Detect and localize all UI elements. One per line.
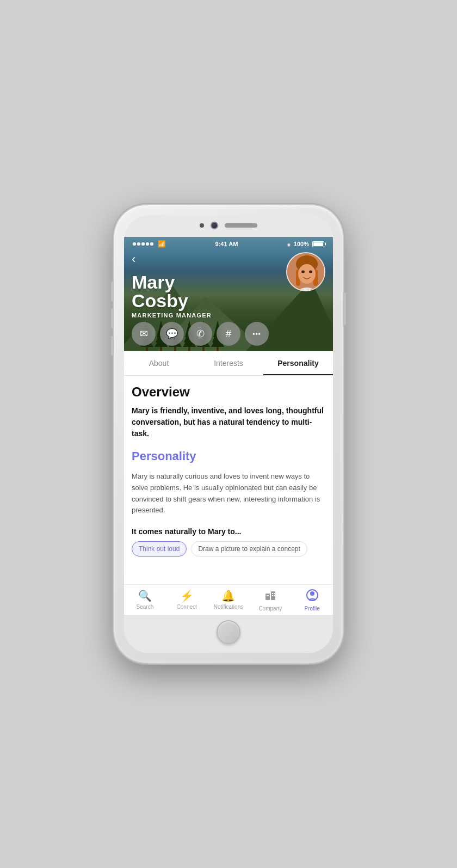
tab-personality[interactable]: Personality [263,351,333,375]
svg-point-5 [301,271,305,273]
profile-icon [306,589,318,604]
nav-search[interactable]: 🔍 Search [124,589,166,612]
nav-notifications-label: Notifications [214,604,243,610]
status-left: 📶 [133,240,166,248]
phone-body: 📶 9:41 AM ⁎ 100% [124,215,333,653]
hashtag-button[interactable]: # [217,322,240,346]
hero-name-line2: Cosby [132,290,188,311]
connect-icon: ⚡ [180,589,194,602]
tag-think-out-loud[interactable]: Think out loud [132,541,187,557]
front-camera [211,222,218,229]
avatar [286,252,325,291]
overview-text: Mary is friendly, inventive, and loves l… [132,405,325,439]
home-button[interactable] [217,620,240,644]
nav-search-label: Search [137,604,154,610]
signal-dot-2 [137,242,140,246]
screen: 📶 9:41 AM ⁎ 100% [124,237,333,615]
battery-indicator [312,241,324,247]
signal-dot-5 [150,242,153,246]
signal-bars [133,242,153,246]
nav-company-label: Company [258,606,282,612]
signal-dot-3 [141,242,145,246]
message-button[interactable]: 💬 [160,322,184,346]
hero-name: Mary Cosby [132,273,212,310]
tags-row: Think out loud Draw a picture to explain… [132,541,325,557]
avatar-image [287,253,324,290]
tag-draw-picture[interactable]: Draw a picture to explain a concept [191,541,307,557]
phone-frame: 📶 9:41 AM ⁎ 100% [114,205,343,663]
phone-bottom-bar [124,615,333,653]
phone-button[interactable]: ✆ [188,322,212,346]
svg-point-6 [309,271,312,273]
status-right: ⁎ 100% [287,241,324,248]
personality-heading: Personality [132,449,325,463]
svg-point-4 [298,264,316,284]
hero-job-title: MARKETING MANAGER [132,312,212,319]
camera-area [200,222,257,229]
personality-text: Mary is naturally curious and loves to i… [132,471,325,516]
svg-rect-10 [268,595,269,596]
tab-bar: About Interests Personality [124,351,333,376]
naturally-title: It comes naturally to Mary to... [132,527,325,536]
svg-point-16 [310,591,314,596]
bottom-nav: 🔍 Search ⚡ Connect 🔔 Notifications [124,584,333,615]
speaker-grille [225,223,257,228]
back-button[interactable]: ‹ [132,252,135,266]
svg-rect-11 [272,593,273,594]
overview-title: Overview [132,384,325,400]
phone-top-bar [124,215,333,237]
hero-section: 📶 9:41 AM ⁎ 100% [124,237,333,351]
search-icon: 🔍 [138,589,152,602]
battery-bar [312,241,324,247]
email-button[interactable]: ✉ [132,322,156,346]
svg-rect-13 [272,595,273,596]
action-row: ✉ 💬 ✆ # ••• [124,322,333,346]
signal-dot-1 [133,242,136,246]
svg-rect-14 [274,595,275,596]
nav-connect[interactable]: ⚡ Connect [166,589,208,612]
wifi-icon: 📶 [158,240,166,248]
more-button[interactable]: ••• [245,322,269,346]
hero-name-line1: Mary [132,272,175,292]
hero-content: Mary Cosby MARKETING MANAGER [132,273,212,319]
nav-profile[interactable]: Profile [291,589,333,612]
nav-connect-label: Connect [177,604,197,610]
main-content: Overview Mary is friendly, inventive, an… [124,376,333,584]
svg-rect-7 [265,594,270,600]
status-bar: 📶 9:41 AM ⁎ 100% [124,237,333,251]
nav-notifications[interactable]: 🔔 Notifications [208,589,250,612]
svg-rect-12 [274,593,275,594]
status-time: 9:41 AM [215,241,238,247]
svg-rect-9 [267,595,268,596]
bluetooth-icon: ⁎ [287,241,291,248]
battery-fill [313,242,323,246]
signal-dot-4 [146,242,149,246]
company-icon [264,589,276,604]
tab-about[interactable]: About [124,351,194,375]
tab-interests[interactable]: Interests [194,351,263,375]
sensor-dot [200,223,204,228]
battery-percent: 100% [294,241,309,247]
nav-profile-label: Profile [304,606,319,612]
nav-company[interactable]: Company [249,589,291,612]
notifications-icon: 🔔 [221,589,235,602]
